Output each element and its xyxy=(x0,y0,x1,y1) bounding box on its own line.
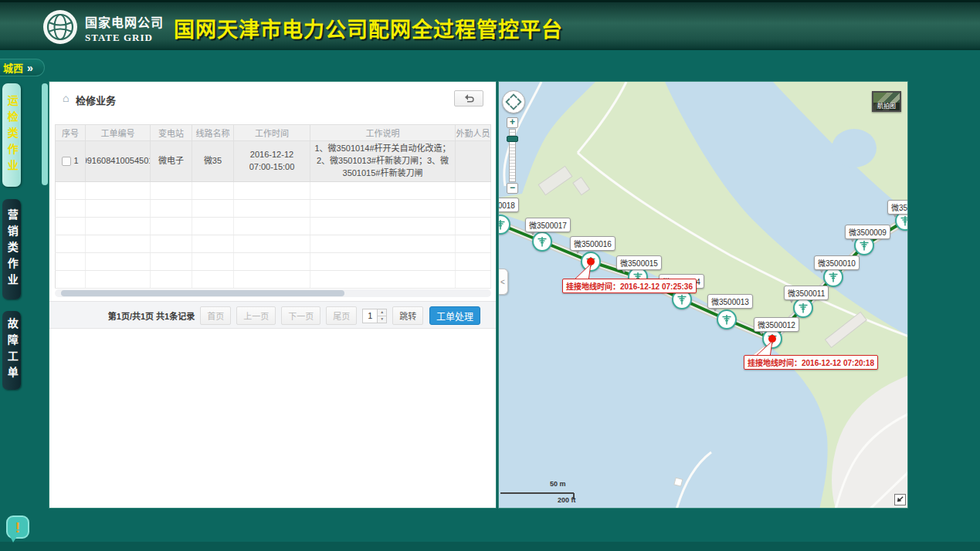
utility-pole-icon xyxy=(858,239,870,252)
empty-cell xyxy=(55,200,86,217)
pole-label: 微3500013 xyxy=(707,294,753,309)
empty-cell xyxy=(151,271,192,288)
empty-cell xyxy=(310,253,456,270)
pole-label: 微3500012 xyxy=(754,317,799,332)
page-number-input[interactable] xyxy=(362,309,378,323)
column-header: 线路名称 xyxy=(192,125,234,140)
empty-cell xyxy=(456,235,491,252)
pole-marker[interactable] xyxy=(581,252,601,272)
empty-cell xyxy=(192,271,234,288)
collapse-panel-handle[interactable]: < xyxy=(498,269,508,295)
pan-right-icon xyxy=(518,99,521,104)
empty-cell xyxy=(86,218,151,235)
next-page-button[interactable]: 下一页 xyxy=(281,306,320,325)
return-button[interactable] xyxy=(454,90,483,106)
pan-compass-control[interactable] xyxy=(502,90,525,113)
header-separator xyxy=(0,49,980,50)
sidebar-tab-yingxiao[interactable]: 营销类作业 xyxy=(2,199,21,299)
sidebar-tab-yunjian[interactable]: 运检类作业 xyxy=(2,83,21,187)
empty-cell xyxy=(55,182,86,199)
jump-button[interactable]: 跳转 xyxy=(392,306,423,325)
zoom-slider-handle[interactable] xyxy=(507,136,518,142)
map-pond xyxy=(832,129,877,167)
work-time-cell: 2016-12-1207:00-15:00 xyxy=(234,141,310,181)
undo-arrow-icon xyxy=(463,93,475,103)
empty-cell xyxy=(456,182,491,199)
empty-cell xyxy=(151,200,192,217)
utility-pole-icon xyxy=(797,302,809,314)
scrollbar-thumb[interactable] xyxy=(61,290,344,296)
zoom-in-button[interactable]: + xyxy=(507,117,518,128)
empty-cell xyxy=(192,200,234,217)
zoom-out-button[interactable]: − xyxy=(507,183,518,194)
work-order-table: 序号工单编号变电站线路名称工作时间工作说明外勤人员199160841005450… xyxy=(55,124,491,289)
empty-cell xyxy=(55,271,86,288)
empty-cell xyxy=(151,218,192,235)
empty-cell xyxy=(86,271,151,288)
pole-label: 微3500009 xyxy=(845,225,890,239)
brand-text: 国家电网公司 STATE GRID xyxy=(85,12,164,44)
spinner-up-icon[interactable]: ▲ xyxy=(378,309,386,316)
pole-label: 微3500015 xyxy=(616,255,662,270)
table-row: 1991608410054501微电子微352016-12-1207:00-15… xyxy=(55,141,491,182)
column-header: 工作说明 xyxy=(310,125,456,140)
empty-cell xyxy=(234,218,310,235)
map-panel[interactable]: + − 航拍图 < 50 m 200 ft 微3500018微3500017微3… xyxy=(498,81,908,509)
work-desc-cell: 1、微3501014#杆开关自动化改造；2、微3501013#杆新装刀闸；3、微… xyxy=(310,141,456,181)
horizontal-scrollbar xyxy=(55,289,491,297)
empty-cell xyxy=(234,253,310,270)
spinner-down-icon[interactable]: ▼ xyxy=(378,316,386,323)
exclamation-icon: ! xyxy=(15,520,20,535)
map-resize-icon[interactable] xyxy=(894,494,906,505)
last-page-button[interactable]: 尾页 xyxy=(326,306,357,325)
row-checkbox[interactable] xyxy=(62,157,71,166)
table-empty-row xyxy=(55,235,491,253)
empty-cell xyxy=(86,182,151,199)
empty-cell xyxy=(86,235,151,252)
seq-value: 1 xyxy=(73,155,78,167)
region-tab[interactable]: 城西 » xyxy=(0,59,45,76)
empty-cell xyxy=(151,253,192,270)
pagination-bar: 第1页/共1页 共1条记录 首页 上一页 下一页 尾页 ▲ ▼ 跳转 工单处理 xyxy=(49,301,496,329)
panel-title-row: ⌂ 检修业务 xyxy=(49,82,496,114)
first-page-button[interactable]: 首页 xyxy=(200,306,231,325)
column-header: 工单编号 xyxy=(86,125,151,140)
empty-cell xyxy=(234,235,310,252)
empty-cell xyxy=(456,271,491,288)
seq-cell: 1 xyxy=(55,141,86,181)
table-empty-row xyxy=(55,182,491,200)
pole-label: 微3500008 xyxy=(887,200,908,215)
empty-cell xyxy=(456,200,491,217)
table-empty-row xyxy=(55,200,491,218)
brand-en: STATE GRID xyxy=(85,32,164,44)
process-order-button[interactable]: 工单处理 xyxy=(429,306,480,325)
pole-label: 微3500018 xyxy=(498,198,519,212)
app-header: 国家电网公司 STATE GRID 国网天津市电力公司配网全过程管控平台 xyxy=(0,2,980,49)
pole-label: 微3500010 xyxy=(814,255,860,270)
notification-bubble[interactable]: ! xyxy=(6,516,29,539)
column-header: 变电站 xyxy=(151,125,192,140)
aerial-view-toggle[interactable]: 航拍图 xyxy=(872,91,901,112)
empty-cell xyxy=(310,182,456,199)
grounding-time-tooltip: 挂接地线时间：2016-12-12 07:20:18 xyxy=(744,355,878,370)
pole-marker[interactable] xyxy=(717,309,737,330)
utility-pole-icon xyxy=(827,271,839,283)
page-spinner: ▲ ▼ xyxy=(378,309,387,323)
pole-marker[interactable] xyxy=(793,298,813,318)
empty-cell xyxy=(456,253,491,270)
utility-pole-icon xyxy=(536,235,548,248)
empty-cell xyxy=(310,200,456,217)
map-base-layer xyxy=(499,82,908,509)
empty-cell xyxy=(86,253,151,270)
grounding-time-tooltip: 挂接地线时间：2016-12-12 07:25:36 xyxy=(562,279,697,293)
empty-cell xyxy=(234,200,310,217)
empty-cell xyxy=(234,182,310,199)
utility-pole-icon xyxy=(676,293,688,306)
page-number-control: ▲ ▼ xyxy=(362,309,387,323)
prev-page-button[interactable]: 上一页 xyxy=(236,306,276,325)
empty-cell xyxy=(310,218,456,235)
pan-left-icon xyxy=(507,99,510,104)
field-staff-cell xyxy=(456,141,491,181)
sidebar-tab-guzhang[interactable]: 故障工单 xyxy=(2,311,21,390)
expand-chevrons-icon[interactable]: » xyxy=(27,63,33,73)
